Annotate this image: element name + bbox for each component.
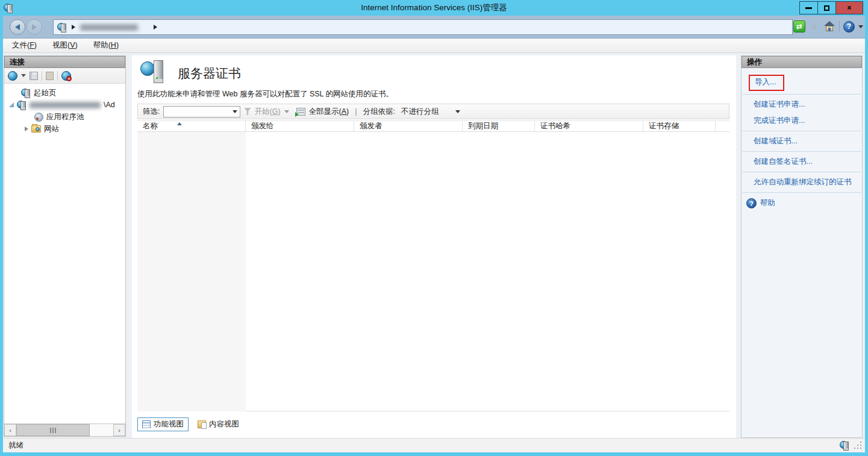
go-button[interactable]: 开始(G) (254, 107, 280, 117)
menu-view[interactable]: 视图(V) (52, 40, 78, 51)
menu-help[interactable]: 帮助(H) (93, 40, 119, 51)
action-help[interactable]: ? 帮助 (742, 195, 862, 211)
group-by-label: 分组依据: (363, 107, 395, 117)
expander-open-icon[interactable] (9, 102, 14, 107)
minimize-button[interactable] (800, 2, 818, 14)
resize-grip[interactable] (854, 442, 862, 449)
action-create-self-signed-certificate[interactable]: 创建自签名证书... (754, 157, 813, 166)
action-create-certificate-request[interactable]: 创建证书申请... (754, 100, 805, 108)
action-complete-certificate-request[interactable]: 完成证书申请... (754, 116, 805, 125)
maximize-button[interactable] (818, 2, 836, 14)
column-header-expiration-date[interactable]: 到期日期 (463, 121, 535, 131)
tree-item-sites[interactable]: 网站 (25, 123, 59, 134)
annotation-highlight-box: 导入... (749, 75, 784, 91)
certificates-table-header: 名称 颁发给 颁发者 到期日期 证书哈希 证书存储 (137, 120, 729, 132)
actions-divider (743, 151, 861, 152)
page-title: 服务器证书 (178, 60, 241, 82)
help-button[interactable]: ? (843, 21, 855, 33)
start-page-icon (21, 88, 31, 98)
column-header-issued-to[interactable]: 颁发给 (246, 121, 354, 131)
actions-divider (743, 131, 861, 131)
tab-content-view[interactable]: 内容视图 (193, 418, 243, 431)
toolbar-divider (57, 71, 58, 81)
rename-connection-icon[interactable] (46, 72, 54, 80)
server-name-redacted (30, 102, 101, 108)
sort-ascending-icon (177, 122, 182, 125)
iis-manager-window: Internet Information Services (IIS)管理器 ×… (0, 0, 868, 456)
action-create-domain-certificate[interactable]: 创建域证书... (754, 137, 798, 145)
column-header-issued-by[interactable]: 颁发者 (354, 121, 463, 131)
sorted-column-highlight (137, 132, 246, 411)
server-name-redacted (80, 24, 138, 31)
go-dropdown-icon[interactable] (284, 110, 289, 113)
close-button[interactable]: × (836, 2, 863, 14)
actions-divider (743, 172, 861, 172)
server-node-icon (17, 100, 27, 110)
divider: | (352, 107, 359, 116)
window-border-bottom (0, 452, 868, 456)
window-title: Internet Information Services (IIS)管理器 (0, 2, 868, 13)
filter-input[interactable] (163, 106, 240, 117)
go-filter-icon (244, 108, 251, 115)
back-arrow-icon (15, 24, 20, 30)
action-enable-auto-rebind[interactable]: 允许自动重新绑定续订的证书 (754, 178, 852, 186)
tree-item-server[interactable]: \Ad (9, 99, 115, 110)
stop-button[interactable]: × (809, 21, 820, 32)
back-button[interactable] (10, 19, 25, 35)
connections-toolbar: × (4, 68, 125, 84)
content-view-icon (198, 420, 206, 428)
status-text: 就绪 (8, 440, 23, 451)
tab-features-view[interactable]: 功能视图 (137, 417, 189, 431)
certificates-list[interactable] (137, 132, 729, 411)
window-border-right (865, 16, 868, 456)
column-header-certificate-store[interactable]: 证书存储 (643, 121, 716, 131)
menu-file[interactable]: 文件(F) (12, 40, 37, 51)
connections-tree: 起始页 \Ad 应用程序池 网站 (4, 84, 125, 423)
tree-item-start-page[interactable]: 起始页 (21, 87, 57, 98)
help-icon: ? (746, 198, 757, 208)
forward-arrow-icon (32, 24, 37, 30)
action-import[interactable]: 导入... (755, 78, 776, 86)
create-connection-icon[interactable] (8, 71, 17, 81)
show-all-button[interactable]: 全部显示(A) (309, 107, 349, 117)
iis-status-icon (840, 440, 849, 450)
tree-item-application-pools[interactable]: 应用程序池 (34, 111, 84, 122)
view-tabs: 功能视图 内容视图 (137, 417, 243, 431)
forward-button[interactable] (27, 19, 42, 35)
column-header-filler (716, 121, 729, 131)
tree-horizontal-scrollbar[interactable]: ‹ › (4, 423, 125, 436)
application-pools-icon (34, 113, 43, 122)
title-bar: Internet Information Services (IIS)管理器 × (0, 0, 868, 16)
chevron-down-icon (233, 110, 237, 113)
connections-panel: 连接 × 起始页 \Ad 应用程序池 (4, 55, 126, 437)
server-certificates-icon (140, 60, 168, 84)
help-dropdown-icon[interactable] (858, 25, 863, 28)
toolbar-divider (42, 71, 42, 81)
window-controls: × (799, 1, 863, 14)
remove-connection-icon[interactable]: × (61, 71, 71, 81)
minimize-icon (805, 7, 812, 9)
feature-view-panel: 服务器证书 使用此功能来申请和管理 Web 服务器可以对配置了 SSL 的网站使… (132, 55, 736, 438)
actions-panel: 操作 导入... 创建证书申请... 完成证书申请... 创建域证书... 创建… (741, 55, 863, 438)
show-all-icon (296, 108, 305, 116)
filter-label: 筛选: (143, 107, 160, 117)
feature-description: 使用此功能来申请和管理 Web 服务器可以对配置了 SSL 的网站使用的证书。 (137, 89, 393, 99)
scroll-left-button[interactable]: ‹ (4, 424, 16, 436)
connections-header: 连接 (4, 56, 125, 68)
toolbar-divider (839, 20, 840, 33)
window-border-left (0, 16, 3, 456)
refresh-button[interactable]: ⇄ (793, 20, 805, 33)
group-by-dropdown[interactable]: 不进行分组 (399, 107, 463, 117)
scrollbar-track[interactable] (90, 424, 113, 436)
column-header-certificate-hash[interactable]: 证书哈希 (535, 121, 643, 131)
scrollbar-thumb[interactable] (16, 424, 90, 436)
home-button[interactable] (823, 21, 835, 32)
maximize-icon (824, 5, 829, 11)
create-connection-dropdown-icon[interactable] (21, 74, 26, 77)
save-connections-icon[interactable] (30, 72, 38, 80)
actions-divider (743, 94, 861, 95)
expander-closed-icon[interactable] (25, 126, 28, 131)
scroll-right-button[interactable]: › (113, 424, 125, 436)
breadcrumb[interactable] (53, 19, 793, 35)
column-header-name[interactable]: 名称 (137, 121, 246, 131)
